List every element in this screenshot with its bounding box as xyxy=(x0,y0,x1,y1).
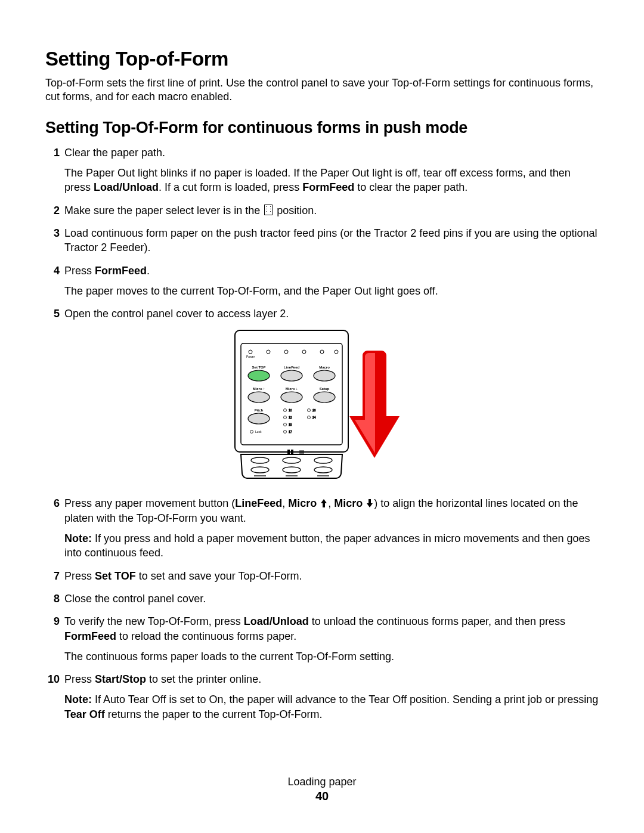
text: Open the control panel cover to access l… xyxy=(64,308,289,320)
svg-point-25 xyxy=(283,467,301,473)
step-9: To verify the new Top-Of-Form, press Loa… xyxy=(60,614,599,664)
button-name: LineFeed xyxy=(235,497,282,509)
text: to unload the continuous forms paper, an… xyxy=(309,615,565,627)
heading-level-1: Setting Top-of-Form xyxy=(45,48,599,70)
svg-point-13 xyxy=(248,413,270,424)
up-arrow-icon xyxy=(320,498,328,508)
figure-control-panel: Power Set TOF LineFeed Macro Micro ↑ Mic… xyxy=(64,327,599,488)
text: . If a cut form is loaded, press xyxy=(159,181,302,193)
step-detail: The paper moves to the current Top-Of-Fo… xyxy=(64,284,599,298)
btn-label: Macro xyxy=(319,366,330,369)
svg-point-14 xyxy=(284,409,287,412)
lock-label: Lock xyxy=(255,430,262,433)
down-arrow-icon xyxy=(366,498,374,508)
svg-point-23 xyxy=(314,457,332,463)
btn-label: Set TOF xyxy=(252,366,266,369)
svg-point-21 xyxy=(251,457,269,463)
text: To verify the new Top-Of-Form, press xyxy=(64,615,244,627)
button-name: FormFeed xyxy=(95,265,147,277)
step-5: Open the control panel cover to access l… xyxy=(60,306,599,488)
step-detail: The Paper Out light blinks if no paper i… xyxy=(64,166,599,195)
step-8: Close the control panel cover. xyxy=(60,592,599,606)
text: . xyxy=(147,265,150,277)
svg-point-15 xyxy=(284,416,287,419)
button-name: Load/Unload xyxy=(244,615,309,627)
text: Load continuous form paper on the push t… xyxy=(64,227,597,253)
footer-section-title: Loading paper xyxy=(0,776,644,788)
procedure-steps: Clear the paper path. The Paper Out ligh… xyxy=(45,145,599,721)
button-name: Set TOF xyxy=(95,570,136,582)
step-note: Note: If you press and hold a paper move… xyxy=(64,531,599,561)
svg-point-26 xyxy=(314,467,332,473)
manual-page: Setting Top-of-Form Top-of-Form sets the… xyxy=(0,0,644,833)
button-name: Start/Stop xyxy=(95,673,146,685)
note-label: Note: xyxy=(64,532,92,544)
text: , xyxy=(328,497,334,509)
text: Press any paper movement button ( xyxy=(64,497,235,509)
svg-point-20 xyxy=(250,431,253,433)
svg-point-3 xyxy=(267,350,270,354)
control-panel-illustration: Power Set TOF LineFeed Macro Micro ↑ Mic… xyxy=(230,327,433,488)
button-name: FormFeed xyxy=(64,630,116,642)
svg-point-4 xyxy=(284,350,288,354)
step-6: Press any paper movement button (LineFee… xyxy=(60,496,599,560)
text: to set and save your Top-Of-Form. xyxy=(136,570,302,582)
step-1: Clear the paper path. The Paper Out ligh… xyxy=(60,145,599,195)
power-label: Power xyxy=(246,355,255,358)
btn-label: Setup xyxy=(320,387,330,391)
text: Press xyxy=(64,570,95,582)
text: If Auto Tear Off is set to On, the paper… xyxy=(92,693,598,705)
svg-point-2 xyxy=(249,350,252,354)
pitch-value: 24 xyxy=(312,416,316,419)
text: Press xyxy=(64,673,95,685)
text: to reload the continuous forms paper. xyxy=(116,630,296,642)
svg-rect-31 xyxy=(291,450,293,454)
button-name: Micro xyxy=(334,497,366,509)
btn-label: Micro ↑ xyxy=(253,387,265,391)
svg-point-18 xyxy=(308,409,311,412)
text: returns the paper to the current Top-Of-… xyxy=(105,708,323,720)
step-3: Load continuous form paper on the push t… xyxy=(60,226,599,255)
pitch-value: 12 xyxy=(289,416,292,419)
svg-point-8 xyxy=(281,370,302,381)
text: Make sure the paper select lever is in t… xyxy=(64,205,263,216)
button-name: Tear Off xyxy=(64,708,105,720)
svg-point-9 xyxy=(314,370,335,381)
pitch-value: 20 xyxy=(312,408,316,412)
step-text: Clear the paper path. xyxy=(64,147,165,159)
note-label: Note: xyxy=(64,693,92,705)
text: position. xyxy=(277,205,317,216)
step-7: Press Set TOF to set and save your Top-O… xyxy=(60,569,599,583)
button-name: FormFeed xyxy=(302,181,354,193)
text: Close the control panel cover. xyxy=(64,593,206,605)
svg-rect-30 xyxy=(287,450,290,454)
set-tof-button-icon xyxy=(248,370,270,381)
paper-select-lever-icon xyxy=(264,205,273,215)
page-number: 40 xyxy=(0,789,644,803)
svg-point-19 xyxy=(308,416,311,419)
pitch-value: 15 xyxy=(289,423,292,426)
svg-point-10 xyxy=(248,392,270,402)
text: to clear the paper path. xyxy=(354,181,467,193)
text: , xyxy=(282,497,288,509)
svg-point-7 xyxy=(335,350,338,354)
step-2: Make sure the paper select lever is in t… xyxy=(60,203,599,218)
svg-point-12 xyxy=(314,392,335,402)
text: Press xyxy=(64,265,95,277)
svg-point-11 xyxy=(281,392,302,402)
step-note: Note: If Auto Tear Off is set to On, the… xyxy=(64,692,599,721)
step-detail: The continuous forms paper loads to the … xyxy=(64,649,599,664)
btn-label: LineFeed xyxy=(284,366,300,369)
pitch-value: 17 xyxy=(289,430,292,433)
step-10: Press Start/Stop to set the printer onli… xyxy=(60,672,599,721)
btn-label: Pitch xyxy=(255,408,264,412)
pitch-value: 10 xyxy=(289,408,292,412)
button-name: Load/Unload xyxy=(94,181,159,193)
svg-point-5 xyxy=(302,350,306,354)
text: If you press and hold a paper movement b… xyxy=(64,532,590,559)
button-name: Micro xyxy=(288,497,320,509)
heading-level-2: Setting Top-Of-Form for continuous forms… xyxy=(45,119,599,137)
btn-label: Micro ↓ xyxy=(286,387,298,391)
svg-point-24 xyxy=(251,467,269,473)
down-arrow-icon xyxy=(349,351,400,458)
